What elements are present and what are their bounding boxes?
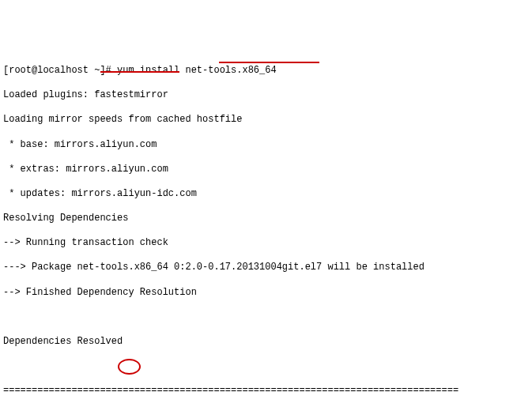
output-line: * base: mirrors.aliyun.com (3, 139, 529, 152)
blank-line (3, 360, 529, 373)
prompt-line[interactable]: [root@localhost ~]# yum install net-tool… (3, 65, 529, 77)
terminal-output: [root@localhost ~]# yum install net-tool… (3, 52, 529, 407)
output-line: Dependencies Resolved (3, 336, 529, 349)
prompt: [root@localhost ~]# (3, 65, 111, 76)
output-line: Loading mirror speeds from cached hostfi… (3, 114, 529, 126)
separator: ========================================… (3, 385, 529, 398)
output-line: Loaded plugins: fastestmirror (3, 89, 529, 102)
output-line: * extras: mirrors.aliyun.com (3, 164, 529, 176)
command: yum install net-tools.x86_64 (117, 65, 277, 76)
output-line: Resolving Dependencies (3, 213, 529, 225)
annotation-underline (219, 62, 319, 63)
output-line: --> Finished Dependency Resolution (3, 287, 529, 300)
blank-line (3, 311, 529, 324)
output-line: * updates: mirrors.aliyun-idc.com (3, 188, 529, 201)
output-line: ---> Package net-tools.x86_64 0:2.0-0.17… (3, 262, 529, 274)
output-line: --> Running transaction check (3, 237, 529, 250)
